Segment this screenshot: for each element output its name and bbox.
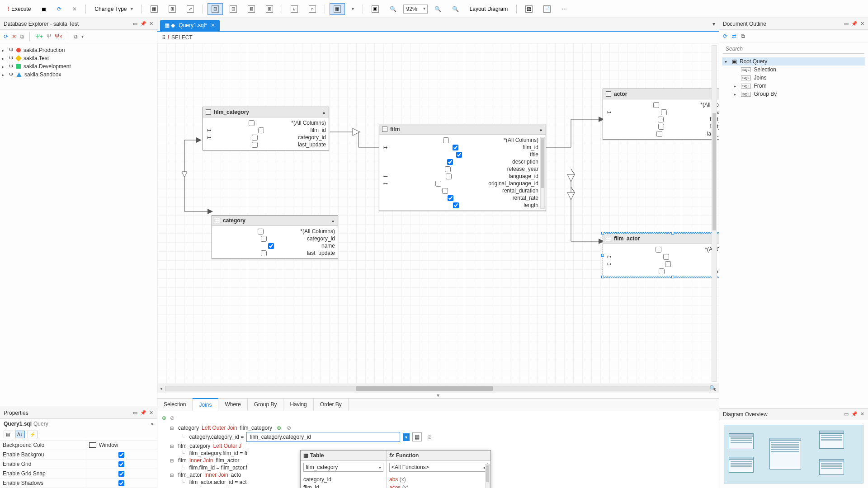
- db-tree-item[interactable]: ▸Ψsakila.Test: [2, 54, 155, 62]
- column-checkbox[interactable]: [656, 131, 662, 137]
- splitter-handle[interactable]: ▾: [157, 393, 719, 398]
- document-tab[interactable]: ▦ ◆ Query1.sql* ✕: [160, 20, 220, 31]
- stop-button[interactable]: ◼: [38, 4, 50, 14]
- zoom-in-button[interactable]: 🔍: [430, 4, 445, 14]
- table-scrollbar[interactable]: [540, 137, 545, 209]
- expand-icon[interactable]: ▸: [734, 92, 738, 97]
- refresh-button[interactable]: ⟳: [53, 4, 66, 14]
- expand-icon[interactable]: ▸: [734, 84, 738, 89]
- db-add-conn-icon[interactable]: Ψ+: [35, 33, 43, 40]
- column-checkbox[interactable]: [443, 137, 449, 143]
- column-row[interactable]: rental_duration: [382, 187, 538, 194]
- outline-stack-icon[interactable]: ⧉: [741, 33, 745, 39]
- db-copy-icon[interactable]: ⧉: [20, 33, 24, 40]
- db-tree-item[interactable]: ▸Ψsakila.Sandbox: [2, 70, 155, 79]
- db-conn-icon[interactable]: Ψ: [47, 33, 51, 40]
- panel-float-icon[interactable]: ▭: [844, 21, 849, 27]
- column-checkbox[interactable]: [658, 124, 664, 130]
- overview-canvas[interactable]: [724, 425, 863, 483]
- join-value-dropdown[interactable]: ▾: [403, 433, 410, 441]
- join-picker-button[interactable]: ▤: [412, 432, 422, 441]
- props-checkbox[interactable]: [118, 480, 124, 486]
- panel-close-icon[interactable]: ✕: [860, 21, 864, 27]
- db-dd-icon[interactable]: ▾: [81, 34, 84, 39]
- join-cond-remove-icon[interactable]: ⊘: [427, 434, 432, 440]
- hscroll-track[interactable]: [165, 386, 711, 391]
- tool-btn-8[interactable]: ⊎: [287, 3, 302, 15]
- column-row[interactable]: length: [382, 202, 538, 209]
- expand-icon[interactable]: ▸: [2, 64, 6, 69]
- tool-btn-10[interactable]: ▦: [330, 3, 345, 15]
- outline-search-input[interactable]: [723, 44, 864, 54]
- join-remove-icon[interactable]: ⊘: [287, 425, 291, 431]
- panel-close-icon[interactable]: ✕: [149, 21, 153, 27]
- tool-btn-2[interactable]: ⊞: [165, 3, 180, 15]
- expand-icon[interactable]: ▾: [725, 59, 729, 64]
- collapse-icon[interactable]: ⊟: [170, 473, 175, 478]
- column-row[interactable]: first_name: [606, 116, 719, 123]
- table-film-actor[interactable]: film_actor▴ *(All Columns)↦actor_id↦film…: [603, 233, 719, 277]
- table-actor[interactable]: actor▴ *(All Columns)↦actor_idfirst_name…: [603, 89, 719, 140]
- tab-joins[interactable]: Joins: [193, 398, 218, 411]
- tool-btn-3[interactable]: ⤢: [183, 3, 198, 15]
- column-row[interactable]: description: [382, 158, 538, 165]
- outline-item[interactable]: ▾▣Root Query: [722, 57, 865, 66]
- diagram-vscrollbar[interactable]: [712, 45, 717, 382]
- collapse-icon[interactable]: ▴: [331, 218, 335, 223]
- db-tree-item[interactable]: ▸Ψsakila.Production: [2, 46, 155, 54]
- tool-overflow[interactable]: ⋯: [557, 4, 571, 14]
- column-checkbox[interactable]: [453, 202, 459, 208]
- column-checkbox[interactable]: [659, 268, 665, 274]
- sql-breadcrumb[interactable]: ⠿ ! SELECT: [157, 32, 719, 43]
- tool-btn-7[interactable]: ⊞: [262, 3, 277, 15]
- expand-icon[interactable]: ▸: [2, 48, 6, 53]
- popup-function-item[interactable]: acos (x): [389, 483, 483, 488]
- column-row[interactable]: last_name: [606, 123, 719, 130]
- tool-btn-4[interactable]: ⊟: [208, 3, 223, 15]
- panel-pin-icon[interactable]: 📌: [140, 410, 146, 416]
- scroll-left-icon[interactable]: ◂: [160, 386, 162, 391]
- props-row[interactable]: Enable Grid: [0, 460, 157, 469]
- expand-icon[interactable]: ▸: [2, 56, 6, 61]
- column-row[interactable]: ↦actor_id: [606, 108, 719, 116]
- tab-groupby[interactable]: Group By: [248, 399, 284, 411]
- column-checkbox[interactable]: [447, 159, 453, 165]
- column-row[interactable]: ⊶original_language_id: [382, 180, 538, 187]
- db-remove-conn-icon[interactable]: Ψ×: [55, 33, 62, 40]
- properties-subject[interactable]: Query1.sql Query ▾: [0, 419, 157, 429]
- color-swatch-icon[interactable]: [89, 442, 96, 448]
- column-row[interactable]: ↦film_id: [206, 127, 326, 134]
- tab-where[interactable]: Where: [218, 399, 247, 411]
- column-checkbox[interactable]: [261, 250, 267, 256]
- zoom-tool-button[interactable]: 🔍: [386, 4, 401, 14]
- panel-close-icon[interactable]: ✕: [149, 410, 153, 416]
- column-checkbox[interactable]: [435, 181, 441, 187]
- column-checkbox[interactable]: [446, 174, 452, 179]
- tool-btn-dd[interactable]: ▾: [348, 4, 358, 14]
- column-checkbox[interactable]: [661, 109, 667, 115]
- props-categorized-button[interactable]: ▤: [4, 431, 12, 438]
- function-combo[interactable]: <All Functions>▾: [389, 463, 488, 472]
- panel-pin-icon[interactable]: 📌: [140, 21, 146, 27]
- column-checkbox[interactable]: [258, 127, 264, 133]
- tab-selection[interactable]: Selection: [157, 399, 193, 411]
- column-checkbox[interactable]: [442, 188, 448, 194]
- panel-float-icon[interactable]: ▭: [844, 411, 849, 417]
- props-alpha-button[interactable]: A↓: [15, 431, 25, 438]
- column-row[interactable]: rental_rate: [382, 194, 538, 202]
- table-film-category[interactable]: film_category▴ *(All Columns)↦film_id↦ca…: [203, 107, 329, 150]
- outline-item[interactable]: ▸SQLGroup By: [722, 90, 865, 98]
- column-checkbox[interactable]: [258, 229, 264, 235]
- column-checkbox[interactable]: [249, 120, 255, 126]
- zoom-combo[interactable]: 92%: [403, 5, 428, 14]
- join-add-cond-icon[interactable]: ⊕: [277, 425, 281, 431]
- join-condition-row[interactable]: └ category.category_id = film_category.c…: [162, 432, 714, 442]
- column-checkbox[interactable]: [445, 166, 451, 172]
- join-row[interactable]: ⊟ film_category Left Outer J: [162, 442, 714, 450]
- column-row[interactable]: last_update: [206, 141, 326, 148]
- column-checkbox[interactable]: [665, 261, 671, 267]
- column-row[interactable]: release_year: [382, 165, 538, 173]
- column-row[interactable]: title: [382, 151, 538, 158]
- column-checkbox[interactable]: [448, 195, 453, 201]
- panel-float-icon[interactable]: ▭: [133, 410, 137, 416]
